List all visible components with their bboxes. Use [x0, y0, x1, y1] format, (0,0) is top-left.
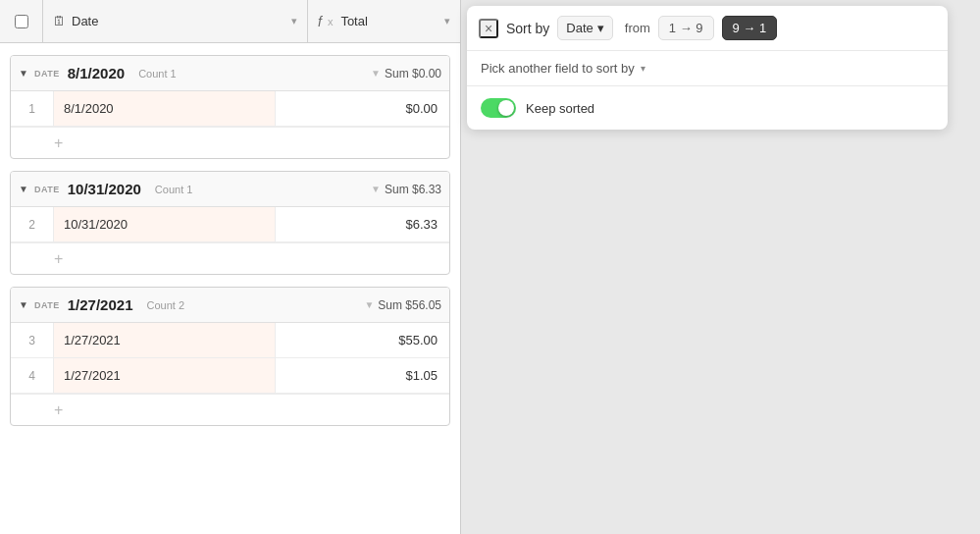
add-row-button[interactable]: +	[11, 242, 449, 274]
group-date-value-g2: 10/31/2020	[68, 181, 141, 197]
keep-sorted-label: Keep sorted	[526, 101, 594, 116]
group-date-value-g3: 1/27/2021	[68, 296, 133, 313]
function-icon: f	[318, 14, 322, 29]
group-count-g2: Count 1	[155, 184, 193, 195]
group-date-meta-g1: DATE	[34, 69, 60, 79]
group-sum-label-g1: Sum $0.00	[385, 67, 441, 80]
group-sum-label-g3: Sum $56.05	[378, 298, 441, 312]
add-sort-field-row[interactable]: Pick another field to sort by ▾	[467, 51, 948, 86]
toggle-slider	[481, 98, 516, 118]
spreadsheet-panel: 🗓 Date ▾ f x Total ▾ ▼ DATE 8/1/2020 Cou…	[0, 0, 461, 534]
group-header-g1: ▼ DATE 8/1/2020 Count 1 ▼ Sum $0.00	[11, 56, 449, 91]
groups-container: ▼ DATE 8/1/2020 Count 1 ▼ Sum $0.00 1 8/…	[0, 43, 460, 534]
calendar-icon: 🗓	[53, 14, 66, 28]
total-col-dropdown-icon[interactable]: ▾	[444, 15, 450, 27]
row-date-cell[interactable]: 10/31/2020	[54, 207, 276, 241]
row-date-cell[interactable]: 1/27/2021	[54, 358, 276, 393]
group-count-g3: Count 2	[146, 299, 184, 311]
row-total-cell[interactable]: $6.33	[276, 207, 449, 241]
date-col-label: Date	[72, 14, 98, 28]
sort-field-button[interactable]: Date ▾	[557, 16, 612, 40]
group-toggle-g3[interactable]: ▼	[19, 299, 28, 310]
row-number: 3	[11, 323, 54, 357]
keep-sorted-row: Keep sorted	[467, 86, 948, 130]
sort-desc-label: 9 → 1	[733, 21, 767, 35]
group-sum-label-g2: Sum $6.33	[385, 183, 441, 196]
group-label-section-g3: DATE 1/27/2021 Count 2	[34, 296, 184, 313]
row-number: 2	[11, 207, 54, 241]
sort-order-asc-button[interactable]: 1 → 9	[658, 16, 714, 40]
group-count-g1: Count 1	[138, 68, 177, 80]
add-sort-field-label: Pick another field to sort by	[481, 61, 635, 76]
close-icon: ×	[485, 21, 492, 36]
sort-toolbar: × Sort by Date ▾ from 1 → 9 9 → 1	[467, 6, 948, 51]
group-toggle-g1[interactable]: ▼	[19, 68, 28, 79]
select-all-checkbox[interactable]	[15, 15, 28, 28]
select-all-checkbox-cell[interactable]	[0, 0, 43, 42]
sort-order-desc-button[interactable]: 9 → 1	[722, 16, 778, 40]
group-label-section-g2: DATE 10/31/2020 Count 1	[34, 181, 192, 197]
date-col-dropdown-icon[interactable]: ▾	[291, 15, 297, 27]
sort-label: Sort by	[506, 21, 549, 36]
row-date-cell[interactable]: 8/1/2020	[54, 91, 276, 126]
table-row: 3 1/27/2021 $55.00	[11, 323, 449, 358]
row-date-cell[interactable]: 1/27/2021	[54, 323, 276, 357]
sort-field-label: Date	[566, 21, 593, 35]
date-column-header[interactable]: 🗓 Date ▾	[43, 0, 308, 42]
sort-popup: × Sort by Date ▾ from 1 → 9 9 → 1 Pick a…	[467, 6, 948, 130]
add-sort-field-chevron-icon: ▾	[641, 63, 645, 74]
row-total-cell[interactable]: $0.00	[276, 91, 449, 126]
row-total-cell[interactable]: $1.05	[276, 358, 449, 393]
group-label-section-g1: DATE 8/1/2020 Count 1	[34, 65, 177, 81]
group-sum-g3: ▼ Sum $56.05	[364, 298, 441, 312]
group-sum-g2: ▼ Sum $6.33	[371, 183, 441, 196]
total-col-label: Total	[340, 14, 367, 28]
sort-from-label: from	[625, 21, 650, 35]
group-date-meta-g2: DATE	[34, 185, 60, 194]
add-row-button[interactable]: +	[11, 394, 449, 425]
row-total-cell[interactable]: $55.00	[276, 323, 449, 357]
group-date-value-g1: 8/1/2020	[68, 65, 125, 81]
group-g2: ▼ DATE 10/31/2020 Count 1 ▼ Sum $6.33 2 …	[10, 171, 450, 275]
table-row: 2 10/31/2020 $6.33	[11, 207, 449, 242]
column-header-row: 🗓 Date ▾ f x Total ▾	[0, 0, 460, 43]
add-row-button[interactable]: +	[11, 127, 449, 158]
table-row: 4 1/27/2021 $1.05	[11, 358, 449, 394]
sort-asc-label: 1 → 9	[669, 21, 703, 35]
group-header-g3: ▼ DATE 1/27/2021 Count 2 ▼ Sum $56.05	[11, 288, 449, 323]
keep-sorted-toggle[interactable]	[481, 98, 516, 118]
sort-close-button[interactable]: ×	[479, 19, 498, 38]
row-number: 4	[11, 358, 54, 393]
group-header-g2: ▼ DATE 10/31/2020 Count 1 ▼ Sum $6.33	[11, 172, 449, 207]
row-number: 1	[11, 91, 54, 126]
group-date-meta-g3: DATE	[34, 300, 60, 310]
total-column-header[interactable]: f x Total ▾	[308, 0, 460, 42]
group-toggle-g2[interactable]: ▼	[19, 184, 28, 194]
group-g1: ▼ DATE 8/1/2020 Count 1 ▼ Sum $0.00 1 8/…	[10, 55, 450, 159]
right-panel: × Sort by Date ▾ from 1 → 9 9 → 1 Pick a…	[461, 0, 980, 534]
table-row: 1 8/1/2020 $0.00	[11, 91, 449, 127]
group-g3: ▼ DATE 1/27/2021 Count 2 ▼ Sum $56.05 3 …	[10, 287, 450, 426]
group-sum-g1: ▼ Sum $0.00	[371, 67, 441, 80]
sort-field-chevron-icon: ▾	[597, 21, 604, 35]
